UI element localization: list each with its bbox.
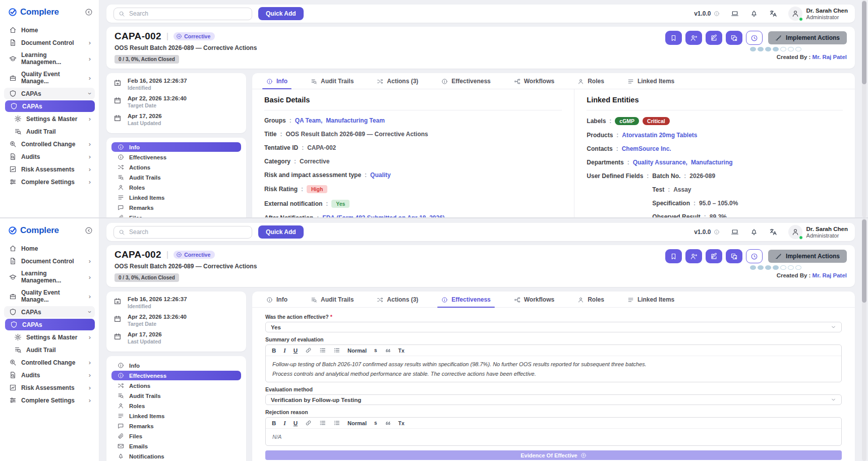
- rejection-text[interactable]: N/A: [266, 429, 841, 445]
- quick-add-button[interactable]: Quick Add: [258, 7, 304, 20]
- side-tab-effectiveness[interactable]: Effectiveness: [111, 152, 241, 162]
- department-link[interactable]: Quality Assurance,: [633, 159, 687, 166]
- sidebar-item-audits[interactable]: Audits›: [4, 151, 95, 162]
- department-link[interactable]: Manufacturing: [691, 159, 733, 166]
- quick-add-button[interactable]: Quick Add: [258, 225, 304, 239]
- tab-actions[interactable]: Actions (3): [377, 78, 418, 85]
- tab-effectiveness[interactable]: Effectiveness: [441, 78, 490, 85]
- side-tab-audit-trails[interactable]: Audit Trails: [111, 391, 241, 400]
- subscript-button[interactable]: s: [374, 420, 377, 426]
- sidebar-item-learning-management[interactable]: Learning Managemen...›: [4, 49, 95, 68]
- sidebar-collapse-icon[interactable]: [85, 8, 93, 16]
- tab-roles[interactable]: Roles: [577, 78, 604, 85]
- notifications-bell-icon[interactable]: [750, 10, 758, 18]
- user-menu[interactable]: Dr. Sarah ChenAdministrator: [788, 7, 848, 21]
- side-tab-actions[interactable]: Actions: [111, 381, 241, 390]
- sidebar-item-document-control[interactable]: Document Control›: [4, 37, 95, 48]
- copy-actions-button[interactable]: [726, 249, 742, 263]
- group-link[interactable]: Manufacturing Team: [326, 117, 384, 124]
- history-button[interactable]: [746, 249, 763, 263]
- translate-icon[interactable]: [769, 10, 777, 18]
- sidebar-item-capas[interactable]: CAPAs: [5, 319, 95, 330]
- created-by-link[interactable]: Mr. Raj Patel: [813, 272, 847, 278]
- side-tab-info[interactable]: Info: [111, 361, 241, 370]
- sidebar-item-risk-assessments[interactable]: Risk Assessments›: [4, 382, 95, 393]
- implement-actions-button[interactable]: Implement Actions: [768, 31, 847, 44]
- ordered-list-icon[interactable]: [319, 420, 326, 426]
- devices-icon[interactable]: [731, 10, 739, 18]
- summary-text[interactable]: Follow-up testing of Batch 2026-107 conf…: [266, 356, 841, 382]
- info-icon[interactable]: [714, 11, 720, 17]
- subscript-button[interactable]: s: [374, 348, 377, 353]
- contact-link[interactable]: ChemSource Inc.: [622, 145, 671, 152]
- bullet-list-icon[interactable]: [333, 420, 340, 426]
- info-icon[interactable]: [714, 229, 720, 235]
- tab-workflows[interactable]: Workflows: [514, 78, 554, 85]
- side-tab-notifications[interactable]: Notifications: [111, 451, 241, 461]
- tab-effectiveness[interactable]: Effectiveness: [441, 296, 490, 303]
- tab-info[interactable]: Info: [266, 78, 287, 85]
- side-tab-linked-items[interactable]: Linked Items: [111, 193, 241, 202]
- translate-icon[interactable]: [769, 228, 777, 236]
- group-link[interactable]: QA Team,: [295, 117, 323, 124]
- assign-user-button[interactable]: [685, 249, 702, 263]
- search-box[interactable]: [113, 226, 252, 239]
- link-icon[interactable]: [305, 347, 312, 354]
- paragraph-style-select[interactable]: Normal: [348, 348, 367, 354]
- sidebar-item-settings-master[interactable]: Settings & Master›: [9, 113, 95, 125]
- tab-roles[interactable]: Roles: [577, 296, 604, 303]
- tab-linked-items[interactable]: Linked Items: [627, 296, 674, 303]
- tab-workflows[interactable]: Workflows: [514, 296, 554, 303]
- sidebar-item-capas-group[interactable]: CAPAs›: [4, 88, 95, 99]
- edit-button[interactable]: [706, 31, 722, 45]
- action-effective-select[interactable]: Yes: [265, 322, 842, 332]
- sidebar-item-complere-settings[interactable]: Complere Settings›: [4, 394, 95, 406]
- underline-button[interactable]: U: [294, 348, 298, 354]
- bookmark-button[interactable]: [665, 249, 682, 263]
- risk-type-link[interactable]: Quality: [370, 171, 391, 179]
- clear-format-button[interactable]: Tx: [398, 420, 404, 426]
- link-icon[interactable]: [305, 420, 312, 426]
- implement-actions-button[interactable]: Implement Actions: [768, 250, 847, 263]
- sidebar-item-controlled-change[interactable]: Controlled Change›: [4, 357, 95, 368]
- side-tab-files[interactable]: Files: [111, 431, 241, 441]
- side-tab-effectiveness[interactable]: Effectiveness: [111, 371, 241, 380]
- sidebar-item-audits[interactable]: Audits›: [4, 369, 95, 381]
- side-tab-files[interactable]: Files: [111, 213, 241, 217]
- sidebar-item-audit-trail[interactable]: Audit Trail: [9, 126, 95, 137]
- sidebar-item-complere-settings[interactable]: Complere Settings›: [4, 176, 95, 188]
- evidence-banner[interactable]: Evidence Of Effective: [265, 450, 842, 460]
- underline-button[interactable]: U: [294, 420, 298, 426]
- sidebar-item-quality-event[interactable]: Quality Event Manage...›: [4, 287, 95, 305]
- side-tab-emails[interactable]: Emails: [111, 441, 241, 451]
- notifications-bell-icon[interactable]: [750, 228, 758, 236]
- side-tab-remarks[interactable]: Remarks: [111, 421, 241, 431]
- side-tab-roles[interactable]: Roles: [111, 401, 241, 411]
- side-tab-remarks[interactable]: Remarks: [111, 203, 241, 212]
- side-tab-actions[interactable]: Actions: [111, 162, 241, 172]
- devices-icon[interactable]: [731, 228, 739, 236]
- tab-linked-items[interactable]: Linked Items: [627, 78, 674, 85]
- tab-audit-trails[interactable]: Audit Trails: [311, 296, 354, 303]
- tab-actions[interactable]: Actions (3): [377, 296, 418, 303]
- ordered-list-icon[interactable]: [319, 347, 326, 354]
- product-link[interactable]: Atorvastatin 20mg Tablets: [622, 132, 697, 139]
- clear-format-button[interactable]: Tx: [398, 348, 404, 354]
- scrollbar-thumb[interactable]: [862, 1, 866, 84]
- sidebar-item-risk-assessments[interactable]: Risk Assessments›: [4, 163, 95, 175]
- sidebar-item-home[interactable]: Home: [4, 24, 95, 36]
- side-tab-roles[interactable]: Roles: [111, 183, 241, 192]
- evaluation-method-select[interactable]: Verification by Follow-up Testing: [265, 394, 842, 405]
- scrollbar-thumb[interactable]: [862, 219, 866, 303]
- side-tab-info[interactable]: Info: [111, 142, 241, 152]
- copy-actions-button[interactable]: [726, 31, 742, 45]
- search-input[interactable]: [129, 10, 247, 17]
- search-box[interactable]: [113, 8, 252, 20]
- sidebar-item-capas[interactable]: CAPAs: [5, 100, 95, 112]
- bookmark-button[interactable]: [665, 31, 682, 45]
- sidebar-item-audit-trail[interactable]: Audit Trail: [9, 344, 95, 356]
- tab-audit-trails[interactable]: Audit Trails: [311, 78, 354, 85]
- bold-button[interactable]: B: [272, 348, 276, 354]
- sidebar-item-learning-management[interactable]: Learning Managemen...›: [4, 268, 95, 286]
- assign-user-button[interactable]: [685, 31, 702, 45]
